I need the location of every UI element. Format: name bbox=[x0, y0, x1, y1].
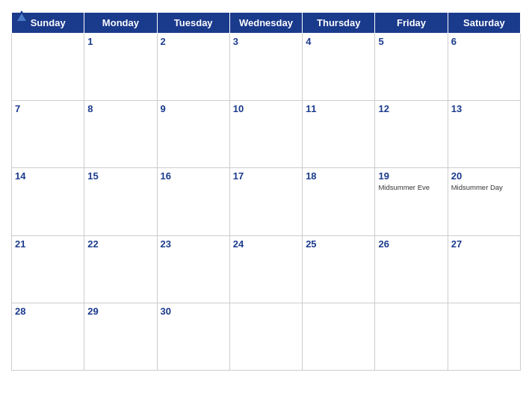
day-number: 30 bbox=[161, 306, 226, 317]
day-number: 3 bbox=[233, 36, 299, 47]
day-number: 15 bbox=[87, 170, 153, 182]
calendar-cell: 23 bbox=[157, 235, 229, 303]
calendar-cell bbox=[303, 303, 375, 370]
calendar-cell: 27 bbox=[448, 235, 520, 303]
day-number: 17 bbox=[233, 170, 299, 182]
calendar-cell: 10 bbox=[229, 101, 302, 168]
day-number: 5 bbox=[378, 36, 444, 47]
calendar-cell: 30 bbox=[157, 303, 229, 370]
calendar-cell: 18 bbox=[303, 168, 375, 235]
calendar-cell bbox=[12, 34, 84, 101]
logo bbox=[11, 7, 35, 28]
calendar-cell: 24 bbox=[229, 235, 302, 303]
day-number: 21 bbox=[15, 238, 81, 250]
logo-icon bbox=[11, 7, 32, 28]
calendar-cell: 15 bbox=[84, 168, 157, 235]
day-number: 24 bbox=[233, 238, 299, 250]
day-number: 8 bbox=[87, 103, 153, 114]
event-label: Midsummer Day bbox=[451, 183, 517, 192]
day-number: 6 bbox=[451, 36, 517, 47]
day-number: 1 bbox=[87, 36, 153, 47]
calendar-cell: 20Midsummer Day bbox=[448, 168, 520, 235]
calendar-week-row: 21222324252627 bbox=[12, 235, 521, 303]
calendar-cell: 6 bbox=[448, 34, 520, 101]
day-number: 4 bbox=[306, 36, 371, 47]
calendar-container: SundayMondayTuesdayWednesdayThursdayFrid… bbox=[0, 0, 532, 411]
day-number: 25 bbox=[306, 238, 371, 250]
calendar-cell: 11 bbox=[303, 101, 375, 168]
calendar-cell: 21 bbox=[12, 235, 84, 303]
calendar-week-row: 282930 bbox=[12, 303, 521, 370]
day-number: 11 bbox=[306, 103, 371, 114]
event-label: Midsummer Eve bbox=[378, 183, 444, 192]
day-number: 22 bbox=[87, 238, 153, 250]
calendar-cell: 12 bbox=[375, 101, 448, 168]
calendar-cell: 25 bbox=[303, 235, 375, 303]
day-number: 27 bbox=[451, 238, 517, 250]
weekday-header-wednesday: Wednesday bbox=[229, 13, 302, 34]
day-number: 16 bbox=[161, 170, 226, 182]
day-number: 23 bbox=[161, 238, 226, 250]
day-number: 14 bbox=[15, 170, 81, 182]
calendar-cell bbox=[448, 303, 520, 370]
calendar-cell: 4 bbox=[303, 34, 375, 101]
calendar-cell: 14 bbox=[12, 168, 84, 235]
day-number: 13 bbox=[451, 103, 517, 114]
calendar-table: SundayMondayTuesdayWednesdayThursdayFrid… bbox=[11, 12, 521, 371]
calendar-cell: 17 bbox=[229, 168, 302, 235]
calendar-cell: 19Midsummer Eve bbox=[375, 168, 448, 235]
weekday-header-tuesday: Tuesday bbox=[157, 13, 229, 34]
day-number: 18 bbox=[306, 170, 371, 182]
calendar-cell: 5 bbox=[375, 34, 448, 101]
day-number: 7 bbox=[15, 103, 81, 114]
calendar-cell bbox=[229, 303, 302, 370]
weekday-header-friday: Friday bbox=[375, 13, 448, 34]
calendar-cell: 9 bbox=[157, 101, 229, 168]
day-number: 20 bbox=[451, 170, 517, 182]
weekday-header-saturday: Saturday bbox=[448, 13, 520, 34]
day-number: 19 bbox=[378, 170, 444, 182]
calendar-week-row: 141516171819Midsummer Eve20Midsummer Day bbox=[12, 168, 521, 235]
calendar-cell bbox=[375, 303, 448, 370]
day-number: 26 bbox=[378, 238, 444, 250]
calendar-week-row: 78910111213 bbox=[12, 101, 521, 168]
day-number: 29 bbox=[87, 306, 153, 317]
day-number: 2 bbox=[161, 36, 226, 47]
calendar-cell: 1 bbox=[84, 34, 157, 101]
calendar-cell: 7 bbox=[12, 101, 84, 168]
calendar-cell: 28 bbox=[12, 303, 84, 370]
calendar-cell: 2 bbox=[157, 34, 229, 101]
weekday-header-thursday: Thursday bbox=[303, 13, 375, 34]
calendar-cell: 8 bbox=[84, 101, 157, 168]
day-number: 9 bbox=[161, 103, 226, 114]
calendar-cell: 26 bbox=[375, 235, 448, 303]
day-number: 10 bbox=[233, 103, 299, 114]
day-number: 12 bbox=[378, 103, 444, 114]
weekday-header-row: SundayMondayTuesdayWednesdayThursdayFrid… bbox=[12, 13, 521, 34]
calendar-cell: 13 bbox=[448, 101, 520, 168]
calendar-week-row: 123456 bbox=[12, 34, 521, 101]
calendar-cell: 3 bbox=[229, 34, 302, 101]
calendar-cell: 22 bbox=[84, 235, 157, 303]
day-number: 28 bbox=[15, 306, 81, 317]
calendar-cell: 29 bbox=[84, 303, 157, 370]
weekday-header-monday: Monday bbox=[84, 13, 157, 34]
calendar-cell: 16 bbox=[157, 168, 229, 235]
